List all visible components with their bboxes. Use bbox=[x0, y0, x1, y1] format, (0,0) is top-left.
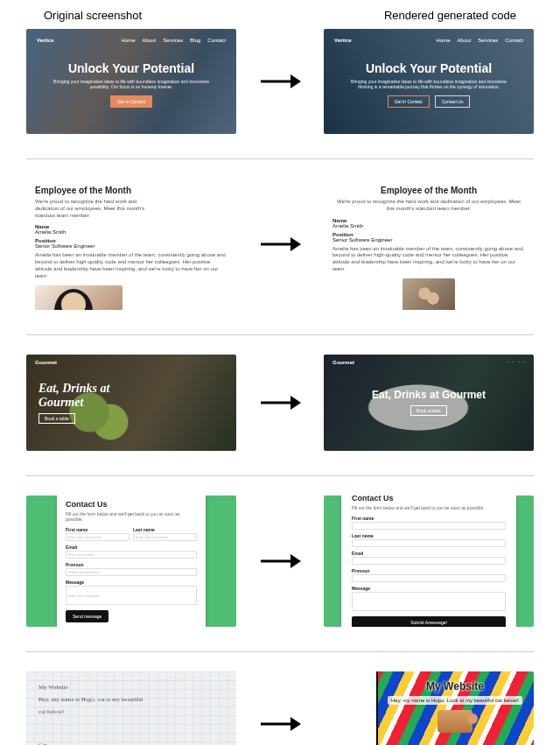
cat-image bbox=[438, 710, 472, 733]
ex5-text: Hey, my name is Hugo. Look at my beautif… bbox=[388, 696, 522, 705]
label: Pronoun bbox=[352, 568, 506, 573]
first-name-input[interactable] bbox=[352, 522, 506, 530]
email-input[interactable]: Enter your email bbox=[66, 551, 197, 559]
message-input[interactable] bbox=[352, 592, 506, 611]
ex2-rendered: Employee of the Month We're proud to rec… bbox=[324, 179, 534, 310]
ex2-title: Employee of the Month bbox=[35, 186, 228, 195]
message-input[interactable]: Enter your message bbox=[66, 586, 197, 605]
ex4-sub: Fill out the form below and we'll get ba… bbox=[66, 511, 197, 522]
arrow-icon bbox=[254, 234, 306, 255]
ex2-pos-value: Senior Software Engineer bbox=[332, 237, 525, 242]
header-left: Original screenshot bbox=[44, 9, 142, 22]
employee-photo bbox=[402, 278, 455, 310]
label: Message bbox=[66, 580, 197, 585]
ex2-pos-value: Senior Software Engineer bbox=[35, 243, 228, 249]
employee-photo bbox=[35, 285, 122, 310]
label: Email bbox=[352, 551, 506, 556]
header-right: Rendered generated code bbox=[384, 9, 516, 22]
ex5-title: My Website bbox=[426, 680, 484, 692]
last-name-input[interactable] bbox=[352, 539, 506, 547]
label: Last name bbox=[133, 527, 197, 532]
label: Last name bbox=[352, 533, 506, 538]
svg-marker-5 bbox=[290, 396, 301, 410]
pronoun-select[interactable] bbox=[352, 574, 506, 582]
ex3-cta[interactable]: Book a table bbox=[38, 413, 75, 424]
arrow-icon bbox=[254, 551, 306, 572]
ex3-title: Eat, Drinks at Gourmet bbox=[372, 390, 486, 401]
ex3-nav: •••• bbox=[507, 360, 525, 364]
label: Message bbox=[352, 586, 506, 591]
ex1-subtitle: Bringing your imaginative ideas to life … bbox=[350, 79, 508, 90]
last-name-input[interactable]: Enter your last name bbox=[133, 533, 197, 541]
ex3-title: Eat, Drinks at Gourmet bbox=[38, 382, 144, 409]
label: Email bbox=[66, 545, 197, 550]
ex5-rendered: My Website Hey, my name is Hugo. Look at… bbox=[324, 671, 534, 745]
arrow-icon bbox=[254, 71, 306, 92]
ex4-sub: Fill out the form below and we'll get ba… bbox=[352, 505, 506, 510]
ex1-cta2[interactable]: Contact Us bbox=[435, 95, 471, 108]
sketch-title: My Website bbox=[38, 684, 224, 691]
ex5-original: My Website Hey, my name is Hugo. cat is … bbox=[26, 671, 236, 745]
ex1-title: Unlock Your Potential bbox=[366, 61, 492, 75]
ex1-cta[interactable]: Get In Contact bbox=[110, 95, 152, 108]
ex4-original: Contact Us Fill out the form below and w… bbox=[26, 495, 236, 627]
svg-marker-3 bbox=[290, 237, 301, 251]
sketch-line: cat below! bbox=[38, 708, 224, 715]
arrow-icon bbox=[254, 392, 306, 413]
example-row-4: Contact Us Fill out the form below and w… bbox=[26, 495, 534, 627]
example-row-1: Vertice Home About Services Blog Contact… bbox=[26, 29, 534, 134]
column-headers: Original screenshot Rendered generated c… bbox=[26, 9, 534, 29]
ex3-original: Gourmet Eat, Drinks at Gourmet Book a ta… bbox=[26, 355, 236, 451]
ex2-lead: We're proud to recognize the hard work a… bbox=[332, 199, 525, 213]
svg-marker-7 bbox=[290, 554, 301, 568]
ex1-original: Vertice Home About Services Blog Contact… bbox=[26, 29, 236, 134]
ex3-rendered: Gourmet •••• Eat, Drinks at Gourmet Book… bbox=[324, 355, 534, 451]
label: First name bbox=[66, 527, 130, 532]
arrow-icon bbox=[254, 713, 306, 734]
svg-marker-1 bbox=[290, 74, 301, 88]
ex2-title: Employee of the Month bbox=[332, 186, 525, 195]
ex1-title: Unlock Your Potential bbox=[68, 61, 194, 75]
ex1-rendered: Vertice Home About Services Contact Unlo… bbox=[324, 29, 534, 134]
ex3-brand: Gourmet bbox=[35, 360, 57, 365]
email-input[interactable] bbox=[352, 557, 506, 565]
sidebar bbox=[324, 671, 376, 745]
example-row-2: Employee of the Month We're proud to rec… bbox=[26, 179, 534, 310]
divider bbox=[26, 334, 534, 335]
ex3-brand: Gourmet bbox=[332, 360, 354, 365]
ex2-name-value: Amelia Smith bbox=[35, 229, 228, 235]
divider bbox=[26, 651, 534, 652]
label: Pronoun bbox=[66, 562, 197, 567]
pronoun-select[interactable]: Select your pronoun bbox=[66, 568, 197, 576]
example-row-3: Gourmet Eat, Drinks at Gourmet Book a ta… bbox=[26, 355, 534, 451]
figure: Original screenshot Rendered generated c… bbox=[0, 0, 560, 745]
ex2-name-value: Amelia Smith bbox=[332, 223, 525, 228]
ex4-title: Contact Us bbox=[352, 495, 506, 503]
submit-button[interactable]: Send message bbox=[66, 610, 108, 622]
submit-button[interactable]: Submit Amessage! bbox=[352, 616, 506, 627]
svg-marker-9 bbox=[290, 717, 301, 731]
first-name-input[interactable]: Enter your first name bbox=[66, 533, 130, 541]
example-row-5: My Website Hey, my name is Hugo. cat is … bbox=[26, 671, 534, 745]
ex4-title: Contact Us bbox=[66, 500, 197, 509]
sketch-cat-label: Cat bbox=[38, 741, 224, 745]
ex1-cta1[interactable]: Get In Contact bbox=[388, 95, 430, 108]
ex2-lead: We're proud to recognize the hard work a… bbox=[35, 199, 158, 219]
ex3-cta[interactable]: Book a table bbox=[410, 405, 447, 416]
ex2-original: Employee of the Month We're proud to rec… bbox=[26, 179, 236, 310]
ex2-desc: Amelia has been an invaluable member of … bbox=[35, 252, 228, 279]
divider bbox=[26, 475, 534, 476]
divider bbox=[26, 158, 534, 159]
label: First name bbox=[352, 516, 506, 521]
sketch-line: Hey, my name is Hugo. cat is my beautifu… bbox=[38, 696, 224, 703]
ex4-rendered: Contact Us Fill out the form below and w… bbox=[324, 495, 534, 627]
ex2-desc: Amelia has been an invaluable member of … bbox=[332, 246, 525, 273]
ex1-subtitle: Bringing your imaginative ideas to life … bbox=[52, 79, 210, 90]
